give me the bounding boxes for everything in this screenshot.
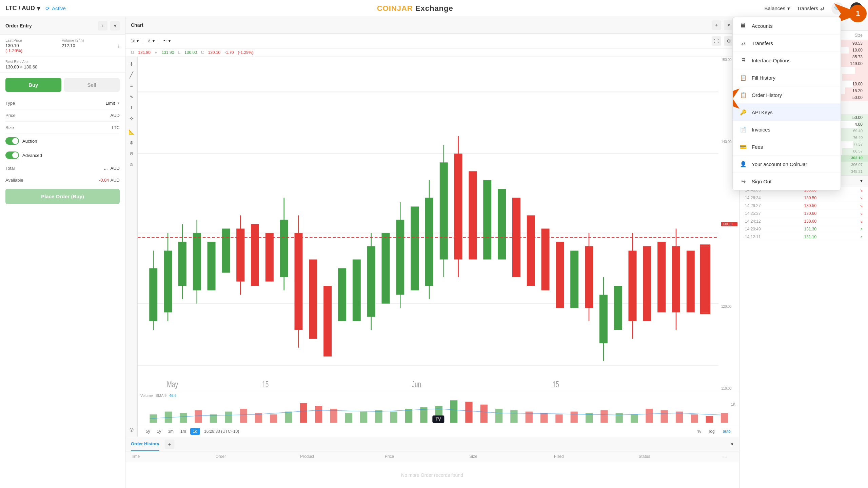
- timeframe-selector[interactable]: 1d ▾: [131, 39, 139, 43]
- menu-item-invoices[interactable]: 📄 Invoices: [733, 121, 841, 138]
- drawing-tools: ✛ ╱ ≡ ∿ T ⊹ 📐 ⊕ ⊖ ☺ ◎: [125, 57, 138, 437]
- path-tool[interactable]: ∿: [127, 92, 136, 101]
- menu-item-interface-options[interactable]: 🖥 Interface Options: [733, 52, 841, 69]
- menu-item-fees[interactable]: 💳 Fees: [733, 138, 841, 156]
- svg-rect-27: [323, 286, 332, 357]
- svg-rect-46: [527, 215, 535, 286]
- line-tool[interactable]: ╱: [127, 70, 136, 80]
- search-icon: 🔍: [834, 5, 841, 12]
- menu-item-transfers[interactable]: ⇄ Transfers: [733, 35, 841, 52]
- fh-arrow-6: ↗: [860, 227, 863, 231]
- collapse-chart-button[interactable]: ▾: [724, 20, 733, 30]
- place-order-button[interactable]: Place Order (Buy): [5, 189, 120, 204]
- crosshair-tool[interactable]: ✛: [127, 59, 136, 69]
- last-price-stat: Last Price 130.10 (-1.29%): [5, 38, 56, 53]
- svg-rect-85: [405, 409, 412, 423]
- svg-text:May: May: [167, 379, 178, 389]
- fill-history-menu-label: Fill History: [752, 75, 775, 81]
- advanced-row: Advanced: [5, 148, 120, 162]
- fh-arrow-3: ↘: [860, 204, 863, 208]
- search-button[interactable]: 🔍: [831, 2, 844, 15]
- order-history-tab[interactable]: Order History: [131, 437, 159, 451]
- horizontal-line-tool[interactable]: ≡: [127, 81, 136, 90]
- price-input-group: 0 AUD: [87, 113, 120, 118]
- transfers-menu-label: Transfers: [752, 40, 773, 46]
- indicator-selector[interactable]: 〜 ▾: [163, 38, 171, 44]
- fh-time-6: 14:20:49: [745, 227, 769, 231]
- fh-price-2: 130.50: [804, 196, 825, 200]
- volume-value: 212.10: [62, 43, 113, 48]
- collapse-bottom[interactable]: ▾: [731, 442, 733, 447]
- menu-item-order-history[interactable]: 📋 Order History: [733, 86, 841, 104]
- sign-out-label: Sign Out: [752, 179, 771, 184]
- chart-right-controls: ⛶ ⚙: [712, 36, 733, 46]
- total-label: Total: [5, 166, 15, 171]
- ask-size-8: 15.20: [842, 88, 863, 93]
- text-tool[interactable]: T: [127, 103, 136, 112]
- menu-item-your-account[interactable]: 👤 Your account on CoinJar: [733, 156, 841, 173]
- order-history-menu-label: Order History: [752, 92, 782, 98]
- target-tool[interactable]: ◎: [127, 425, 136, 434]
- emoji-tool[interactable]: ☺: [127, 160, 136, 169]
- buy-sell-buttons: Buy Sell: [5, 78, 120, 92]
- chart-body: May 15 Jun 15 150.00 140.00 130.10 120.0…: [138, 57, 739, 392]
- collapse-panel-button[interactable]: ▾: [110, 21, 120, 30]
- chart-controls: 1d ▾ 🕯 ▾ 〜 ▾ ⛶ ⚙: [125, 34, 739, 49]
- ask-size-6: [842, 75, 863, 80]
- svg-rect-58: [657, 242, 666, 312]
- ob-size-col: Size: [855, 33, 863, 38]
- advanced-toggle[interactable]: [5, 151, 19, 159]
- time-btn-1d[interactable]: 1d: [190, 428, 200, 435]
- add-chart-button[interactable]: +: [712, 20, 721, 30]
- svg-rect-74: [240, 409, 247, 423]
- available-row: Available -0.04 AUD: [5, 174, 120, 186]
- add-panel-button[interactable]: +: [98, 21, 107, 30]
- bottom-header: Order History + ▾: [125, 437, 739, 451]
- price-input[interactable]: 0: [87, 113, 108, 118]
- balances-button[interactable]: Balances ▾: [764, 5, 790, 12]
- fh-row-6: 14:20:49 131.30 ↗: [739, 225, 868, 233]
- svg-rect-43: [483, 180, 491, 259]
- total-row: Total ... AUD: [5, 162, 120, 174]
- fibonacci-tool[interactable]: ⊹: [127, 114, 136, 123]
- menu-button[interactable]: ✓: [850, 2, 863, 15]
- add-tab-button[interactable]: +: [165, 440, 174, 449]
- scale-auto[interactable]: auto: [720, 428, 733, 435]
- fh-collapse[interactable]: ▾: [860, 178, 863, 183]
- menu-item-fill-history[interactable]: 📋 Fill History: [733, 69, 841, 86]
- pair-selector[interactable]: LTC / AUD ▾: [5, 5, 40, 12]
- svg-rect-88: [450, 400, 457, 423]
- volume-label: Volume (24h): [62, 38, 113, 42]
- buy-button[interactable]: Buy: [5, 78, 61, 92]
- type-value[interactable]: Limit ▾: [106, 101, 120, 106]
- settings-button[interactable]: ⚙: [724, 36, 733, 46]
- time-btn-1m[interactable]: 1m: [178, 428, 189, 435]
- active-badge: ⟳ Active: [45, 5, 66, 12]
- volume-label: Volume: [140, 393, 153, 398]
- time-btn-3m[interactable]: 3m: [165, 428, 176, 435]
- size-input[interactable]: 0: [88, 125, 109, 130]
- menu-item-sign-out[interactable]: ↪ Sign Out: [733, 173, 841, 190]
- scale-log[interactable]: log: [707, 428, 717, 435]
- time-btn-1y[interactable]: 1y: [154, 428, 164, 435]
- col-filled: Filled: [554, 454, 639, 459]
- candle-type-selector[interactable]: 🕯 ▾: [147, 39, 155, 43]
- ohlc-change: -1.70: [224, 50, 234, 55]
- fullscreen-button[interactable]: ⛶: [712, 36, 721, 46]
- ohlc-open-label: O: [131, 50, 134, 55]
- accounts-icon: 🏛: [739, 22, 747, 29]
- zoom-in-tool[interactable]: ⊕: [127, 138, 136, 147]
- svg-rect-82: [360, 412, 367, 423]
- auction-toggle[interactable]: [5, 137, 19, 145]
- menu-item-api-keys[interactable]: 🔑 API Keys: [733, 104, 841, 121]
- measure-tool[interactable]: 📐: [127, 127, 136, 137]
- svg-rect-76: [270, 414, 277, 423]
- available-value: -0.04: [99, 178, 109, 183]
- scale-pct[interactable]: %: [695, 428, 704, 435]
- zoom-out-tool[interactable]: ⊖: [127, 149, 136, 158]
- info-icon-wrapper[interactable]: ℹ: [118, 38, 120, 53]
- time-btn-5y[interactable]: 5y: [143, 428, 153, 435]
- menu-item-accounts[interactable]: 🏛 Accounts: [733, 17, 841, 35]
- transfers-button[interactable]: Transfers ⇄: [797, 5, 825, 12]
- sell-button[interactable]: Sell: [64, 78, 120, 92]
